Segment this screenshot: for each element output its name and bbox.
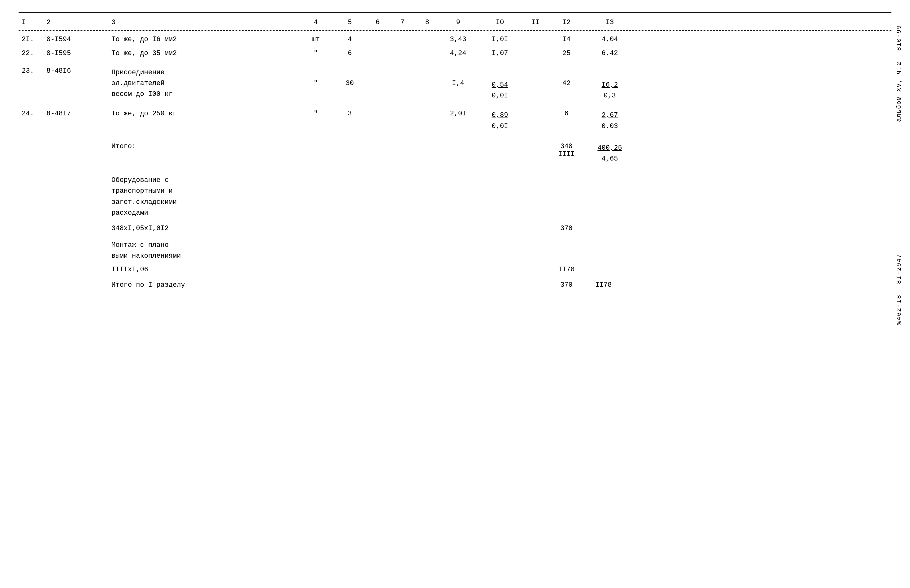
row23-unit: ": [297, 67, 334, 87]
r23-unit-val: ": [297, 79, 334, 87]
equipment-block: Оборудование с транспортными и загот.скл…: [19, 165, 891, 220]
r21-c9-val: 3,43: [439, 36, 477, 43]
r24-c9-val: 2,0I: [439, 110, 477, 118]
r22-c12-val: 25: [548, 50, 585, 57]
row21-col9: 3,43: [439, 36, 477, 43]
equip-line2: транспортными и: [112, 186, 297, 196]
calc1-c12: 370: [548, 225, 585, 232]
row22-num: 22.: [19, 50, 43, 57]
row24-col13: 2,67 0,03: [585, 110, 635, 131]
row24-col9: 2,0I: [439, 110, 477, 118]
hcol13-label: I3: [585, 19, 635, 26]
hcol6-label: 6: [365, 19, 390, 26]
row21-col12: I4: [548, 36, 585, 43]
r22-c13-val: 6,42: [585, 50, 635, 57]
row22-desc: То же, до 35 мм2: [105, 50, 297, 57]
r24-code-val: 8-48I7: [47, 110, 105, 118]
hcol5-label: 5: [334, 19, 365, 26]
itogo-row: Итого: 348 IIII 400,25 4,65: [19, 133, 891, 165]
r24-c10-main: 0,89: [477, 110, 523, 121]
irazd-label-val: Итого по I разделу: [112, 281, 297, 289]
irazd-c12: 370: [548, 281, 585, 289]
row21-col13: 4,04: [585, 36, 635, 43]
montaz-line1: Монтаж с плано-: [112, 240, 297, 250]
equip-line4: расходами: [112, 208, 297, 218]
itogo-razd-row: Итого по I разделу 370 II78: [19, 275, 891, 290]
row24-col10: 0,89 0,0I: [477, 110, 523, 131]
row22-col10: I,07: [477, 50, 523, 57]
r21-c12-val: I4: [548, 36, 585, 43]
header-col-12: I2: [548, 19, 585, 26]
r21-c10-val: I,0I: [477, 36, 523, 43]
row21-col5: 4: [334, 36, 365, 43]
row24-desc: То же, до 250 кг: [105, 110, 297, 118]
header-col-11: II: [523, 19, 548, 26]
header-col-10: IO: [477, 19, 523, 26]
montaz-desc: Монтаж с плано- выми накоплениями: [105, 240, 297, 262]
r23-desc-line2: эл.двигателей: [112, 78, 297, 89]
header-col-4: 4: [297, 19, 334, 26]
header-col-1: I: [19, 19, 43, 26]
r22-unit-val: ": [297, 50, 334, 57]
table-row-23: 23. 8-48I6 Присоединение эл.двигателей в…: [19, 58, 891, 102]
header-col-5: 5: [334, 19, 365, 26]
header-col-8: 8: [415, 19, 439, 26]
r23-c13-sub: 0,3: [585, 90, 635, 101]
row23-num: 23.: [19, 67, 43, 75]
row24-unit: ": [297, 110, 334, 118]
r23-c12-val: 42: [548, 79, 585, 87]
row21-code: 8-I594: [43, 36, 105, 43]
r23-c5-val: 30: [334, 79, 365, 87]
r24-unit-val: ": [297, 110, 334, 118]
row21-num: 2I.: [19, 36, 43, 43]
calc2-c12b-val: II78: [548, 266, 585, 273]
r24-num-val: 24.: [22, 110, 43, 118]
r21-unit-val: шт: [297, 36, 334, 43]
equip-line1: Оборудование с: [112, 175, 297, 186]
row22-unit: ": [297, 50, 334, 57]
header-col-2: 2: [43, 19, 105, 26]
r22-num-val: 22.: [22, 50, 43, 57]
header-row: I 2 3 4 5 6 7 8 9 IO II: [19, 12, 891, 31]
row21-unit: шт: [297, 36, 334, 43]
side-text-top: альбом XV, ч.2 8I0-99: [894, 25, 904, 122]
row23-col5: 30: [334, 67, 365, 87]
r21-c13-val: 4,04: [585, 36, 635, 43]
hcol11-label: II: [523, 19, 548, 26]
montaz-line2: выми накоплениями: [112, 250, 297, 262]
row23-desc: Присоединение эл.двигателей весом до I00…: [105, 67, 297, 100]
table-row-21: 2I. 8-I594 То же, до I6 мм2 шт 4 3,43 I,…: [19, 31, 891, 45]
r23-c9-val: I,4: [439, 79, 477, 87]
table-row-22: 22. 8-I595 То же, до 35 мм2 " 6 4,24 I,0…: [19, 45, 891, 58]
irazd-c12b-val: II78: [585, 281, 622, 289]
row23-col10: 0,54 0,0I: [477, 67, 523, 101]
r22-c10-val: I,07: [477, 50, 523, 57]
row24-num: 24.: [19, 110, 43, 118]
r23-code-val: 8-48I6: [47, 67, 105, 75]
row22-col12: 25: [548, 50, 585, 57]
row23-col12: 42: [548, 67, 585, 87]
itogo-c13-main: 400,25: [585, 142, 635, 153]
itogo-label: Итого:: [105, 142, 297, 150]
row21-desc: То же, до I6 мм2: [105, 36, 297, 43]
header-col-9: 9: [439, 19, 477, 26]
itogo-c13: 400,25 4,65: [585, 142, 635, 164]
montaz-row: Монтаж с плано- выми накоплениями: [19, 234, 891, 263]
side-top-line1: альбом XV, ч.2: [895, 61, 903, 122]
irazd-label: Итого по I разделу: [105, 281, 297, 289]
header-col-7: 7: [390, 19, 415, 26]
calc1-formula: 348хI,05хI,0I2: [105, 225, 297, 232]
hcol12-label: I2: [548, 19, 585, 26]
r24-desc-val: То же, до 250 кг: [112, 110, 297, 118]
equip-desc: Оборудование с транспортными и загот.скл…: [105, 175, 297, 218]
row24-code: 8-48I7: [43, 110, 105, 118]
side-bottom-line1: %462-I8: [895, 294, 903, 325]
itogo-c12b-val: IIII: [548, 150, 585, 158]
equip-line3: загот.складскими: [112, 197, 297, 208]
hcol3-label: 3: [112, 19, 297, 26]
r24-c10-sub: 0,0I: [477, 121, 523, 132]
hcol10-label: IO: [477, 19, 523, 26]
calc2-row: IIIIхI,06 II78: [19, 263, 891, 275]
itogo-c12-val: 348: [548, 142, 585, 150]
r24-c5-val: 3: [334, 110, 365, 118]
